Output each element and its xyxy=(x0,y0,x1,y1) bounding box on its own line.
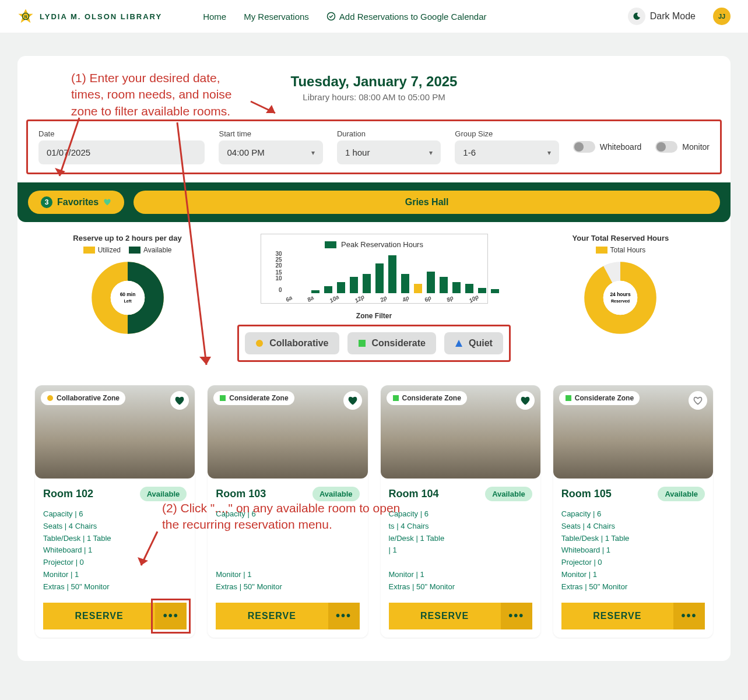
availability-badge: Available xyxy=(312,487,360,501)
more-options-button[interactable]: ••• xyxy=(328,603,360,629)
spec-line: Seats | 4 Chairs xyxy=(43,520,187,533)
zone-collaborative-button[interactable]: Collaborative xyxy=(245,332,339,354)
bar xyxy=(491,289,499,293)
bar xyxy=(324,286,332,293)
bar-column xyxy=(427,272,435,293)
peak-hours-stat: Peak Reservation Hours 30 25 20 15 10 0 … xyxy=(237,234,511,362)
bar xyxy=(375,263,384,293)
zone-collaborative-label: Collaborative xyxy=(269,338,328,349)
bar xyxy=(363,274,371,293)
room-image[interactable]: Considerate Zone xyxy=(553,385,713,479)
x-tick-label xyxy=(457,294,466,303)
x-tick-label xyxy=(317,294,326,303)
nav-add-calendar[interactable]: Add Reservations to Google Calendar xyxy=(326,12,487,22)
spec-line: Extras | 50" Monitor xyxy=(389,581,532,593)
circle-icon xyxy=(255,339,264,347)
spec-line: Seats | 4 Chairs xyxy=(561,520,705,533)
group-size-select[interactable]: 1-6 ▾ xyxy=(455,140,559,164)
whiteboard-toggle-label: Whiteboard xyxy=(600,142,642,152)
spec-line xyxy=(216,544,359,557)
x-tick-label: 12p xyxy=(353,293,365,304)
start-time-select[interactable]: 04:00 PM ▾ xyxy=(219,140,322,164)
zone-badge: Considerate Zone xyxy=(213,391,294,405)
svg-marker-16 xyxy=(455,340,462,347)
room-name: Room 104 xyxy=(389,488,439,500)
check-circle-icon xyxy=(326,12,336,21)
spec-line: Projector | 0 xyxy=(43,557,187,569)
main-panel: (1) Enter your desired date, times, room… xyxy=(17,56,731,661)
x-tick-label: 10a xyxy=(328,294,340,304)
x-tick-label: 6a xyxy=(284,294,293,303)
favorites-button[interactable]: 3 Favorites xyxy=(28,191,124,214)
zone-considerate-button[interactable]: Considerate xyxy=(347,332,436,354)
peak-hours-chart: Peak Reservation Hours 30 25 20 15 10 0 … xyxy=(261,234,488,304)
heart-icon xyxy=(103,198,111,206)
spec-line: Monitor | 1 xyxy=(43,569,187,581)
location-strip: 3 Favorites Gries Hall xyxy=(17,182,731,222)
duration-select[interactable]: 1 hour ▾ xyxy=(337,140,441,164)
x-tick-label: 2p xyxy=(379,294,388,303)
favorite-toggle[interactable] xyxy=(170,391,189,410)
spec-line: | 1 xyxy=(389,544,532,557)
zone-shape-icon xyxy=(219,395,226,402)
favorite-toggle[interactable] xyxy=(516,391,535,410)
whiteboard-toggle[interactable]: Whiteboard xyxy=(573,141,642,153)
zone-shape-icon xyxy=(47,395,54,402)
room-card: Collaborative Zone Room 102 Available Ca… xyxy=(35,385,195,638)
spec-line: Monitor | 1 xyxy=(389,569,532,581)
building-pill[interactable]: Gries Hall xyxy=(134,191,720,214)
brand-logo-group[interactable]: N LYDIA M. OLSON LIBRARY xyxy=(17,8,162,24)
favorites-label: Favorites xyxy=(57,197,99,207)
building-label: Gries Hall xyxy=(405,197,449,207)
reserve-button[interactable]: RESERVE xyxy=(43,603,155,629)
spec-line: Extras | 50" Monitor xyxy=(216,581,359,593)
spec-line: ts | 4 Chairs xyxy=(389,520,532,533)
room-grid: Collaborative Zone Room 102 Available Ca… xyxy=(17,374,731,661)
spec-line: Table/Desk | 1 Table xyxy=(43,533,187,545)
nav-links: Home My Reservations Add Reservations to… xyxy=(203,12,610,22)
legend-available: Available xyxy=(143,246,171,254)
spec-list: Capacity | 6ts | 4 Chairsle/Desk | 1 Tab… xyxy=(389,508,532,593)
svg-text:Left: Left xyxy=(124,299,132,304)
spec-line: Projector | 0 xyxy=(561,557,705,569)
reserve-button[interactable]: RESERVE xyxy=(216,603,328,629)
brand-text: LYDIA M. OLSON LIBRARY xyxy=(40,12,162,21)
bar-column xyxy=(350,277,358,293)
bar-column xyxy=(478,288,486,293)
bar-column xyxy=(414,284,422,293)
x-tick-label: 8p xyxy=(445,294,455,303)
legend-total: Total Hours xyxy=(610,246,646,254)
room-image[interactable]: Considerate Zone xyxy=(381,385,540,479)
bar xyxy=(427,272,435,293)
svg-point-19 xyxy=(603,281,638,315)
spec-line: Whiteboard | 1 xyxy=(561,544,705,557)
more-options-button[interactable]: ••• xyxy=(155,603,187,629)
monitor-toggle[interactable]: Monitor xyxy=(655,141,710,153)
group-size-label: Group Size xyxy=(455,129,559,138)
svg-rect-24 xyxy=(393,395,399,401)
room-name: Room 105 xyxy=(561,488,612,500)
room-image[interactable]: Considerate Zone xyxy=(208,385,367,479)
chevron-down-icon: ▾ xyxy=(311,149,315,157)
more-options-button[interactable]: ••• xyxy=(501,603,532,629)
availability-badge: Available xyxy=(658,487,705,501)
favorite-toggle[interactable] xyxy=(343,391,362,410)
bar xyxy=(388,255,396,293)
avatar[interactable]: JJ xyxy=(713,8,731,25)
favorite-toggle[interactable] xyxy=(689,391,707,410)
nav-my-reservations[interactable]: My Reservations xyxy=(244,12,309,22)
zone-quiet-button[interactable]: Quiet xyxy=(444,332,503,354)
reserve-button[interactable]: RESERVE xyxy=(561,603,673,629)
more-options-button[interactable]: ••• xyxy=(673,603,705,629)
room-image[interactable]: Collaborative Zone xyxy=(35,385,195,479)
reserve-button[interactable]: RESERVE xyxy=(389,603,501,629)
dark-mode-toggle[interactable]: Dark Mode xyxy=(628,8,696,25)
zone-badge-label: Considerate Zone xyxy=(229,394,288,402)
nav-home[interactable]: Home xyxy=(203,12,226,22)
x-tick-label xyxy=(342,294,351,303)
svg-point-11 xyxy=(110,281,145,315)
x-tick-label: 6p xyxy=(423,294,433,303)
bar xyxy=(440,277,448,293)
zone-badge: Considerate Zone xyxy=(559,391,640,405)
date-input[interactable] xyxy=(38,140,205,164)
